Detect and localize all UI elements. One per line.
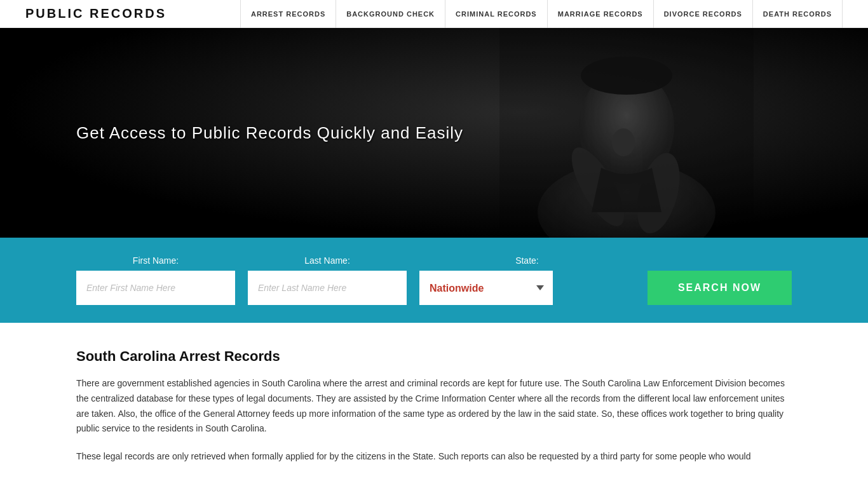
nav-marriage-records[interactable]: MARRIAGE RECORDS [548, 0, 654, 28]
nav-criminal-records[interactable]: CRIMINAL RECORDS [445, 0, 548, 28]
nav-arrest-records[interactable]: ARREST RECORDS [240, 0, 336, 28]
hero-content: Get Access to Public Records Quickly and… [0, 123, 463, 143]
state-label: State: [419, 255, 635, 266]
hero-section: Get Access to Public Records Quickly and… [0, 28, 868, 238]
last-name-field: Last Name: [248, 255, 407, 305]
site-header: PUBLIC RECORDS ARREST RECORDS BACKGROUND… [0, 0, 868, 28]
svg-rect-7 [499, 28, 754, 238]
search-bar: First Name: Last Name: State: Nationwide… [0, 238, 868, 323]
nav-background-check[interactable]: BACKGROUND CHECK [336, 0, 445, 28]
main-nav: ARREST RECORDS BACKGROUND CHECK CRIMINAL… [240, 0, 843, 28]
content-paragraph-2: These legal records are only retrieved w… [76, 449, 792, 464]
last-name-input[interactable] [248, 271, 407, 305]
state-select-wrapper: Nationwide Alabama Alaska Arizona Arkans… [419, 271, 553, 305]
state-select[interactable]: Nationwide Alabama Alaska Arizona Arkans… [419, 271, 553, 305]
first-name-field: First Name: [76, 255, 235, 305]
state-field: State: Nationwide Alabama Alaska Arizona… [419, 255, 635, 305]
site-logo: PUBLIC RECORDS [25, 6, 166, 21]
hero-title: Get Access to Public Records Quickly and… [76, 123, 463, 143]
first-name-label: First Name: [76, 255, 235, 266]
last-name-label: Last Name: [248, 255, 407, 266]
main-content: South Carolina Arrest Records There are … [0, 323, 868, 488]
nav-death-records[interactable]: DEATH RECORDS [753, 0, 843, 28]
nav-divorce-records[interactable]: DIVORCE RECORDS [654, 0, 753, 28]
content-paragraph-1: There are government established agencie… [76, 376, 792, 437]
search-button-wrapper: SEARCH NOW [648, 271, 792, 305]
first-name-input[interactable] [76, 271, 235, 305]
content-heading: South Carolina Arrest Records [76, 348, 792, 365]
hero-figure [499, 28, 754, 238]
search-now-button[interactable]: SEARCH NOW [648, 271, 792, 305]
